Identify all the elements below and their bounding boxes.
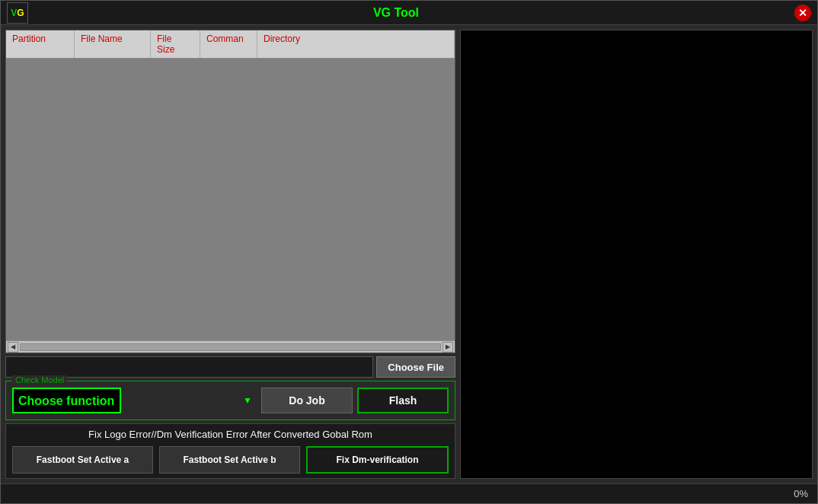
- flash-button[interactable]: Flash: [357, 388, 449, 413]
- window-title: VG Tool: [28, 6, 764, 20]
- app-logo: VG: [7, 2, 28, 24]
- function-select[interactable]: Choose function: [12, 388, 121, 413]
- do-job-button[interactable]: Do Job: [261, 388, 353, 413]
- title-bar: VG VG Tool ✕: [1, 1, 817, 25]
- function-select-wrapper: Choose function ▼: [12, 388, 257, 413]
- col-filename: File Name: [75, 30, 151, 58]
- file-table: Partition File Name FileSize Comman Dire…: [5, 30, 455, 353]
- table-header: Partition File Name FileSize Comman Dire…: [6, 30, 455, 59]
- logo-g: G: [17, 8, 24, 18]
- fix-title: Fix Logo Error//Dm Verification Error Af…: [12, 429, 449, 440]
- function-row: Choose function ▼ Do Job Flash: [12, 388, 449, 413]
- fastboot-active-a-button[interactable]: Fastboot Set Active a: [12, 446, 153, 474]
- logo-v: V: [11, 8, 17, 18]
- left-panel: Partition File Name FileSize Comman Dire…: [1, 25, 460, 483]
- fix-dm-verification-button[interactable]: Fix Dm-verification: [306, 446, 449, 474]
- progress-text: 0%: [794, 488, 808, 499]
- horizontal-scrollbar[interactable]: ◀ ▶: [6, 340, 455, 352]
- file-row: Choose File: [5, 356, 455, 378]
- choose-file-button[interactable]: Choose File: [376, 356, 455, 378]
- col-partition: Partition: [6, 30, 75, 58]
- close-button[interactable]: ✕: [794, 5, 811, 21]
- col-filesize: FileSize: [151, 30, 200, 58]
- main-content: Partition File Name FileSize Comman Dire…: [1, 25, 817, 483]
- fix-section: Fix Logo Error//Dm Verification Error Af…: [5, 423, 455, 479]
- check-model-legend: Check Model: [12, 375, 67, 384]
- scroll-track[interactable]: [20, 343, 441, 351]
- col-command: Comman: [200, 30, 257, 58]
- check-model-group: Check Model Choose function ▼ Do Job Fla…: [5, 381, 455, 420]
- col-directory: Directory: [257, 30, 455, 58]
- right-panel: [460, 30, 813, 479]
- main-window: VG VG Tool ✕ Partition File Name FileSiz…: [0, 0, 818, 504]
- select-arrow-icon: ▼: [243, 395, 252, 406]
- fix-buttons: Fastboot Set Active a Fastboot Set Activ…: [12, 446, 449, 474]
- fastboot-active-b-button[interactable]: Fastboot Set Active b: [159, 446, 300, 474]
- title-bar-left: VG: [7, 2, 28, 24]
- file-input[interactable]: [5, 356, 373, 378]
- table-body: [6, 59, 455, 340]
- scroll-left-arrow[interactable]: ◀: [8, 342, 18, 352]
- scroll-right-arrow[interactable]: ▶: [443, 342, 453, 352]
- status-bar: 0%: [1, 483, 817, 503]
